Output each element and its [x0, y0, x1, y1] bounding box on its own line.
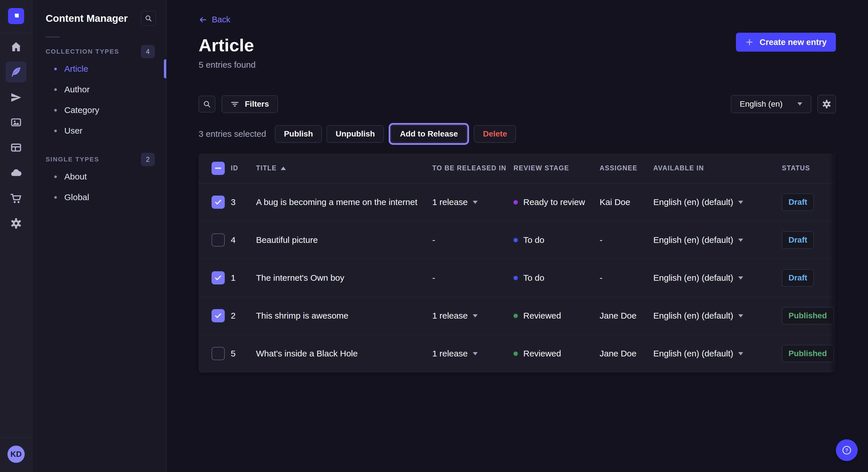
- check-icon: [214, 198, 222, 206]
- paper-plane-icon: [10, 91, 22, 103]
- stage-dot-icon: [514, 276, 518, 280]
- nav-content-type-builder-button[interactable]: [6, 137, 26, 158]
- release-dropdown[interactable]: 1 release: [432, 197, 514, 207]
- main-nav-rail: KD: [0, 0, 32, 472]
- question-mark-icon: ?: [841, 445, 852, 456]
- help-button[interactable]: ?: [836, 439, 858, 461]
- subnav-item-article[interactable]: Article: [32, 59, 166, 79]
- subnav-separator: [45, 37, 59, 37]
- subnav-item-author[interactable]: Author: [32, 79, 166, 100]
- main-content: Back Article 5 entries found Create new …: [166, 0, 868, 472]
- stage-dot-icon: [514, 238, 518, 242]
- create-new-entry-button[interactable]: Create new entry: [736, 33, 836, 52]
- nav-releases-button[interactable]: [6, 87, 26, 107]
- single-types-section: SINGLE TYPES 2 About Global: [32, 153, 166, 208]
- table-header-row: ID TITLE TO BE RELEASED IN REVIEW STAGE …: [198, 154, 836, 183]
- subnav-search-button[interactable]: [141, 11, 156, 26]
- bullet-icon: [54, 88, 57, 91]
- back-link[interactable]: Back: [198, 15, 230, 24]
- locale-dropdown[interactable]: English (en) (default): [653, 311, 782, 321]
- locale-dropdown[interactable]: English (en) (default): [653, 197, 782, 207]
- cell-title: Beautiful picture: [256, 235, 432, 245]
- subnav-item-global[interactable]: Global: [32, 187, 166, 208]
- nav-home-button[interactable]: [6, 36, 26, 57]
- delete-button[interactable]: Delete: [474, 125, 516, 142]
- row-checkbox[interactable]: [212, 196, 225, 209]
- release-dropdown[interactable]: 1 release: [432, 311, 514, 321]
- subnav-item-label: Author: [64, 85, 90, 94]
- nav-deploy-button[interactable]: [6, 163, 26, 183]
- row-checkbox[interactable]: [212, 233, 225, 247]
- cell-review-stage: Ready to review: [514, 197, 600, 207]
- cell-assignee: Jane Doe: [600, 311, 653, 321]
- content-manager-subnav: Content Manager COLLECTION TYPES 4 Artic…: [32, 0, 166, 472]
- cell-assignee: -: [600, 235, 653, 245]
- bulk-actions-bar: 3 entries selected Publish Unpublish Add…: [198, 123, 836, 145]
- stage-dot-icon: [514, 200, 518, 204]
- release-dropdown[interactable]: 1 release: [432, 349, 514, 359]
- subnav-item-category[interactable]: Category: [32, 100, 166, 121]
- row-checkbox[interactable]: [212, 309, 225, 322]
- gear-icon: [10, 217, 22, 229]
- table-row[interactable]: 3 A bug is becoming a meme on the intern…: [198, 183, 836, 222]
- column-header-title[interactable]: TITLE: [256, 164, 432, 172]
- subnav-item-about[interactable]: About: [32, 166, 166, 187]
- cell-release: -: [432, 273, 514, 283]
- locale-dropdown[interactable]: English (en) (default): [653, 349, 782, 359]
- subnav-item-label: User: [64, 126, 82, 136]
- cell-release: -: [432, 235, 514, 245]
- chevron-down-icon: [738, 201, 743, 204]
- column-header-id: ID: [231, 164, 256, 172]
- strapi-logo[interactable]: [8, 8, 24, 24]
- bullet-icon: [54, 196, 57, 199]
- table-row[interactable]: 5 What's inside a Black Hole 1 release R…: [198, 335, 836, 372]
- table-row[interactable]: 4 Beautiful picture - To do - English (e…: [198, 222, 836, 259]
- user-avatar[interactable]: KD: [7, 446, 25, 463]
- single-types-list: About Global: [32, 166, 166, 208]
- cell-assignee: -: [600, 273, 653, 283]
- add-to-release-button[interactable]: Add to Release: [391, 125, 467, 142]
- locale-select[interactable]: English (en): [731, 95, 811, 113]
- status-badge: Published: [782, 307, 834, 324]
- app-root: KD Content Manager COLLECTION TYPES 4 Ar…: [0, 0, 868, 472]
- status-badge: Draft: [782, 194, 814, 211]
- cell-id: 3: [231, 197, 256, 207]
- section-label: COLLECTION TYPES: [45, 48, 119, 55]
- check-icon: [214, 311, 222, 320]
- publish-button[interactable]: Publish: [275, 125, 322, 142]
- column-header-review-stage: REVIEW STAGE: [514, 164, 600, 172]
- locale-dropdown[interactable]: English (en) (default): [653, 235, 782, 245]
- table-row[interactable]: 1 The internet's Own boy - To do - Engli…: [198, 259, 836, 297]
- entries-count: 5 entries found: [198, 60, 836, 70]
- unpublish-button[interactable]: Unpublish: [327, 125, 384, 142]
- list-search-button[interactable]: [198, 96, 215, 112]
- nav-media-library-button[interactable]: [6, 112, 26, 133]
- cell-review-stage: Reviewed: [514, 311, 600, 321]
- filters-button[interactable]: Filters: [222, 96, 278, 113]
- locale-dropdown[interactable]: English (en) (default): [653, 273, 782, 283]
- table-row[interactable]: 2 This shrimp is awesome 1 release Revie…: [198, 297, 836, 335]
- list-settings-button[interactable]: [817, 95, 836, 113]
- nav-marketplace-button[interactable]: [6, 188, 26, 208]
- select-all-checkbox[interactable]: [212, 162, 225, 175]
- chevron-down-icon: [738, 352, 743, 355]
- chevron-down-icon: [473, 314, 477, 317]
- nav-settings-button[interactable]: [6, 213, 26, 234]
- cell-review-stage: To do: [514, 273, 600, 283]
- plus-icon: [745, 38, 754, 46]
- section-label: SINGLE TYPES: [45, 156, 99, 163]
- stage-dot-icon: [514, 351, 518, 356]
- cell-id: 5: [231, 349, 256, 359]
- nav-content-manager-button[interactable]: [6, 62, 26, 82]
- bullet-icon: [54, 175, 57, 178]
- status-badge: Draft: [782, 269, 814, 286]
- feather-icon: [10, 66, 22, 78]
- row-checkbox[interactable]: [212, 271, 225, 284]
- chevron-down-icon: [473, 201, 477, 204]
- subnav-item-user[interactable]: User: [32, 121, 166, 141]
- cell-assignee: Kai Doe: [600, 197, 653, 207]
- chevron-down-icon: [738, 314, 743, 317]
- row-checkbox[interactable]: [212, 347, 225, 360]
- chevron-down-icon: [797, 102, 802, 105]
- column-header-release: TO BE RELEASED IN: [432, 164, 514, 172]
